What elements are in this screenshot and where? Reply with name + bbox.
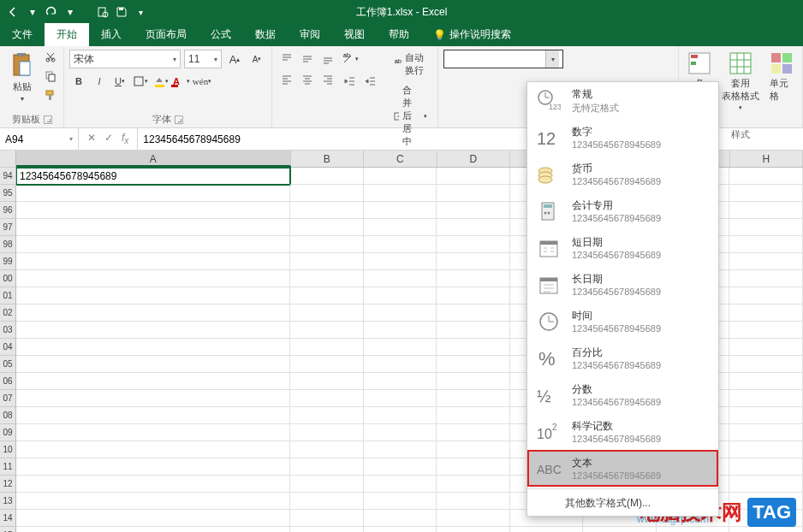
numfmt-option-time[interactable]: 时间12345645678945689 <box>527 303 718 340</box>
cell[interactable] <box>437 287 510 304</box>
numfmt-option-date-long[interactable]: 长日期12345645678945689 <box>527 266 718 303</box>
cell[interactable] <box>290 236 364 253</box>
row-header[interactable]: 94 <box>0 168 15 185</box>
cell[interactable] <box>437 322 510 339</box>
row-header[interactable]: 14 <box>0 510 15 527</box>
more-number-formats[interactable]: 其他数字格式(M)... <box>527 491 718 516</box>
cell[interactable] <box>16 407 290 424</box>
cell[interactable] <box>364 236 437 253</box>
col-header-A[interactable]: A <box>16 151 291 167</box>
decrease-indent-icon[interactable] <box>341 72 360 91</box>
cell[interactable] <box>290 253 364 270</box>
align-right-icon[interactable] <box>318 70 337 89</box>
font-color-button[interactable]: A▾ <box>172 72 191 91</box>
tab-view[interactable]: 视图 <box>332 23 377 46</box>
cell[interactable] <box>437 493 510 510</box>
tab-data[interactable]: 数据 <box>243 23 288 46</box>
cell[interactable] <box>364 339 437 356</box>
cell[interactable] <box>16 527 290 532</box>
cell[interactable] <box>290 407 364 424</box>
grow-font-icon[interactable]: A▴ <box>225 50 244 68</box>
cell[interactable] <box>364 373 437 390</box>
numfmt-option-number[interactable]: 12数字12345645678945689 <box>527 119 718 156</box>
numfmt-option-date-short[interactable]: 短日期12345645678945689 <box>527 229 718 266</box>
cell[interactable] <box>290 527 364 532</box>
cell[interactable] <box>729 390 803 407</box>
cell[interactable] <box>16 322 290 339</box>
cell[interactable] <box>16 424 290 441</box>
cell[interactable] <box>437 185 510 202</box>
cell[interactable] <box>364 510 437 527</box>
increase-indent-icon[interactable] <box>361 72 380 91</box>
cell[interactable] <box>290 287 364 304</box>
tab-formulas[interactable]: 公式 <box>199 23 243 46</box>
tab-review[interactable]: 审阅 <box>288 23 332 46</box>
row-header[interactable]: 09 <box>0 424 15 441</box>
cut-icon[interactable] <box>43 50 58 65</box>
cell[interactable] <box>437 304 510 322</box>
cell[interactable] <box>290 202 364 219</box>
cell[interactable] <box>290 219 364 236</box>
cell[interactable] <box>729 202 803 219</box>
numfmt-option-accounting[interactable]: 会计专用12345645678945689 <box>527 192 718 229</box>
cell[interactable] <box>16 493 290 510</box>
enter-icon[interactable]: ✓ <box>104 132 113 145</box>
qat-customize-icon[interactable]: ▾ <box>134 5 147 19</box>
cell[interactable] <box>437 527 510 532</box>
cell[interactable] <box>16 390 290 407</box>
cell[interactable] <box>16 339 290 356</box>
cell[interactable] <box>290 493 364 510</box>
cell[interactable] <box>437 356 510 373</box>
row-header[interactable]: 06 <box>0 373 15 390</box>
cell[interactable] <box>729 253 803 270</box>
orientation-icon[interactable]: ab▾ <box>341 50 360 68</box>
font-name-combo[interactable]: 宋体▾ <box>69 50 181 68</box>
cell[interactable] <box>290 390 364 407</box>
redo-icon[interactable] <box>45 5 58 19</box>
cell[interactable] <box>437 253 510 270</box>
row-header[interactable]: 15 <box>0 527 15 532</box>
cell[interactable] <box>364 202 437 219</box>
chevron-down-icon[interactable]: ▾ <box>63 5 77 19</box>
cell[interactable] <box>583 527 657 532</box>
col-header-C[interactable]: C <box>364 151 437 167</box>
copy-icon[interactable] <box>43 68 58 84</box>
paste-button[interactable]: 粘贴 ▾ <box>5 50 39 104</box>
cell[interactable] <box>16 185 290 202</box>
wrap-text-button[interactable]: ab 自动换行 <box>389 50 432 79</box>
cell[interactable] <box>364 424 437 441</box>
cell[interactable] <box>729 527 803 532</box>
bold-button[interactable]: B <box>69 72 88 91</box>
align-middle-icon[interactable] <box>298 50 317 68</box>
row-header[interactable]: 96 <box>0 202 15 219</box>
row-header[interactable]: 04 <box>0 339 15 356</box>
cell[interactable] <box>364 441 437 458</box>
cell[interactable] <box>16 510 290 527</box>
cell[interactable] <box>290 458 364 476</box>
cell[interactable] <box>290 356 364 373</box>
cell[interactable] <box>729 304 803 322</box>
cell[interactable] <box>16 236 290 253</box>
cell[interactable] <box>290 270 364 287</box>
save-icon[interactable] <box>115 5 128 19</box>
cell[interactable] <box>437 390 510 407</box>
chevron-down-icon[interactable]: ▾ <box>26 5 39 19</box>
cell[interactable] <box>729 373 803 390</box>
align-top-icon[interactable] <box>277 50 296 68</box>
row-header[interactable]: 95 <box>0 185 15 202</box>
numfmt-option-general[interactable]: 123常规无特定格式 <box>527 82 718 119</box>
cell[interactable] <box>364 253 437 270</box>
cell[interactable] <box>364 270 437 287</box>
cell[interactable] <box>437 219 510 236</box>
cell[interactable] <box>16 373 290 390</box>
cell[interactable] <box>290 304 364 322</box>
cell-styles-button[interactable]: 单元格 <box>766 50 797 104</box>
italic-button[interactable]: I <box>90 72 109 91</box>
border-button[interactable]: ▾ <box>131 72 150 91</box>
numfmt-option-scientific[interactable]: 102科学记数12345645678945689 <box>527 413 718 450</box>
cell[interactable] <box>437 458 510 476</box>
cell[interactable] <box>364 527 437 532</box>
fill-color-button[interactable]: ▾ <box>152 72 170 91</box>
row-header[interactable]: 08 <box>0 407 15 424</box>
row-header[interactable]: 97 <box>0 219 15 236</box>
